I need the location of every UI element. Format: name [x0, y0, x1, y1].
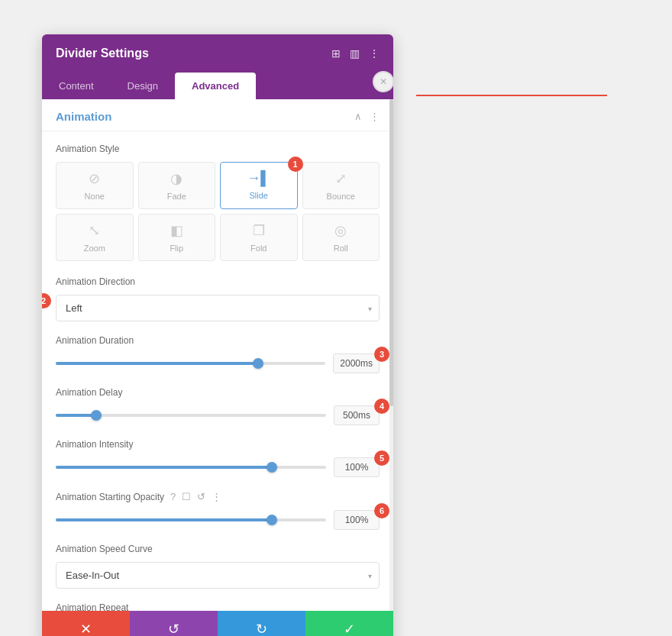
- animation-direction-label: Animation Direction: [56, 276, 380, 287]
- anim-zoom[interactable]: ⤡ Zoom: [56, 214, 134, 261]
- animation-section-header: Animation ∧ ⋮: [42, 99, 393, 131]
- delay-slider-thumb[interactable]: [91, 410, 102, 421]
- red-line-decoration: [416, 95, 607, 96]
- undo-button[interactable]: ↺: [130, 611, 218, 636]
- animation-delay-field: Animation Delay 500ms 4: [56, 387, 380, 425]
- cancel-button[interactable]: ✕: [42, 611, 130, 636]
- more-icon[interactable]: ⋮: [369, 47, 380, 60]
- animation-speed-curve-field: Animation Speed Curve Ease-In-Out Linear…: [56, 544, 380, 589]
- opacity-badge: 6: [374, 503, 389, 518]
- opacity-slider-track[interactable]: [56, 518, 326, 521]
- duration-value: 2000ms: [340, 358, 373, 369]
- anim-fold[interactable]: ❐ Fold: [220, 214, 298, 261]
- opacity-value-box: 100% 6: [334, 510, 380, 530]
- section-more-icon[interactable]: ⋮: [370, 111, 380, 122]
- section-controls: ∧ ⋮: [354, 111, 380, 122]
- animation-starting-opacity-label: Animation Starting Opacity: [56, 492, 164, 502]
- duration-slider-control: 2000ms 3: [56, 354, 380, 373]
- bounce-icon: ⤢: [335, 170, 347, 187]
- delay-value: 500ms: [343, 410, 370, 421]
- tab-advanced[interactable]: Advanced: [175, 73, 256, 99]
- scrollbar-thumb[interactable]: [389, 99, 393, 406]
- animation-intensity-label: Animation Intensity: [56, 439, 380, 450]
- modal-body: Animation ∧ ⋮ Animation Style ⊘ None: [42, 99, 393, 611]
- delay-slider-control: 500ms 4: [56, 405, 380, 425]
- expand-icon[interactable]: ⊞: [331, 47, 341, 60]
- animation-starting-opacity-field: Animation Starting Opacity ? ☐ ↺ ⋮ 100%: [56, 491, 380, 530]
- cancel-icon: ✕: [80, 621, 92, 636]
- confirm-icon: ✓: [344, 621, 355, 636]
- direction-badge: 2: [42, 293, 51, 308]
- fade-label: Fade: [167, 192, 186, 201]
- page-background: Divider Settings ⊞ ▥ ⋮ Content Design Ad…: [0, 0, 672, 636]
- intensity-badge: 5: [374, 450, 389, 466]
- flip-label: Flip: [170, 244, 183, 253]
- zoom-label: Zoom: [84, 244, 105, 253]
- speed-curve-select-wrapper: Ease-In-Out Linear Ease-In Ease-Out ▾: [56, 562, 380, 589]
- fold-label: Fold: [250, 244, 267, 253]
- roll-label: Roll: [334, 244, 348, 253]
- animation-repeat-label: Animation Repeat: [56, 602, 380, 611]
- anim-fade[interactable]: ◑ Fade: [138, 162, 216, 209]
- intensity-slider-track[interactable]: [56, 466, 326, 469]
- direction-select-wrapper: Left Right Top Bottom ▾: [56, 295, 380, 321]
- animation-duration-field: Animation Duration 2000ms 3: [56, 335, 380, 373]
- redo-button[interactable]: ↻: [218, 611, 305, 636]
- opacity-slider-control: 100% 6: [56, 510, 380, 530]
- animation-style-grid: ⊘ None ◑ Fade 1 →▌ Slide: [56, 162, 380, 261]
- help-icon[interactable]: ?: [170, 491, 176, 502]
- delay-slider-track[interactable]: [56, 414, 326, 417]
- modal-footer: ✕ ↺ ↻ ✓: [42, 611, 393, 636]
- duration-slider-thumb[interactable]: [253, 358, 263, 369]
- divider-settings-modal: Divider Settings ⊞ ▥ ⋮ Content Design Ad…: [42, 34, 393, 636]
- anim-slide[interactable]: 1 →▌ Slide: [220, 162, 298, 209]
- modal-title: Divider Settings: [56, 47, 149, 60]
- opacity-slider-thumb[interactable]: [267, 515, 277, 525]
- intensity-slider-fill: [56, 466, 272, 469]
- intensity-value: 100%: [345, 462, 369, 473]
- reset-icon[interactable]: ↺: [197, 491, 205, 502]
- more-options-icon[interactable]: ⋮: [212, 491, 221, 502]
- flip-icon: ◧: [170, 222, 183, 239]
- none-label: None: [85, 192, 105, 201]
- anim-roll[interactable]: ◎ Roll: [302, 214, 380, 261]
- bounce-label: Bounce: [327, 192, 355, 201]
- direction-select[interactable]: Left Right Top Bottom: [56, 295, 380, 321]
- anim-flip[interactable]: ◧ Flip: [138, 214, 216, 261]
- animation-style-label: Animation Style: [56, 144, 380, 154]
- anim-none[interactable]: ⊘ None: [56, 162, 134, 209]
- animation-style-field: Animation Style ⊘ None ◑ Fade: [56, 144, 380, 261]
- duration-slider-fill: [56, 362, 258, 365]
- redo-icon: ↻: [256, 621, 267, 636]
- content-area: Animation Style ⊘ None ◑ Fade: [42, 131, 393, 611]
- tab-design[interactable]: Design: [111, 73, 175, 99]
- animation-direction-field: 2 Animation Direction Left Right Top Bot…: [56, 276, 380, 321]
- duration-badge: 3: [374, 347, 389, 362]
- delay-value-box: 500ms 4: [334, 405, 380, 425]
- modal-close-button[interactable]: ✕: [373, 71, 393, 92]
- confirm-button[interactable]: ✓: [305, 611, 393, 636]
- zoom-icon: ⤡: [89, 222, 100, 239]
- animation-repeat-field: Animation Repeat Once Loop Infinity ▾: [56, 602, 380, 611]
- section-title: Animation: [56, 110, 111, 123]
- intensity-value-box: 100% 5: [334, 457, 380, 477]
- slide-icon: →▌: [247, 170, 270, 186]
- anim-bounce[interactable]: ⤢ Bounce: [302, 162, 380, 209]
- speed-curve-select[interactable]: Ease-In-Out Linear Ease-In Ease-Out: [56, 562, 380, 589]
- scrollbar-track: [389, 99, 393, 611]
- animation-duration-label: Animation Duration: [56, 335, 380, 346]
- modal-header: Divider Settings ⊞ ▥ ⋮: [42, 34, 393, 73]
- device-icon[interactable]: ☐: [182, 491, 191, 502]
- intensity-slider-thumb[interactable]: [267, 462, 277, 473]
- collapse-icon[interactable]: ∧: [354, 111, 362, 122]
- animation-speed-curve-label: Animation Speed Curve: [56, 544, 380, 554]
- animation-delay-label: Animation Delay: [56, 387, 380, 398]
- tabs-bar: Content Design Advanced ✕: [42, 73, 393, 99]
- opacity-value: 100%: [345, 515, 369, 525]
- tab-content[interactable]: Content: [42, 73, 111, 99]
- columns-icon[interactable]: ▥: [350, 47, 360, 60]
- duration-slider-track[interactable]: [56, 362, 325, 365]
- header-icons-group: ⊞ ▥ ⋮: [331, 47, 380, 60]
- delay-badge: 4: [374, 399, 389, 414]
- intensity-slider-control: 100% 5: [56, 457, 380, 477]
